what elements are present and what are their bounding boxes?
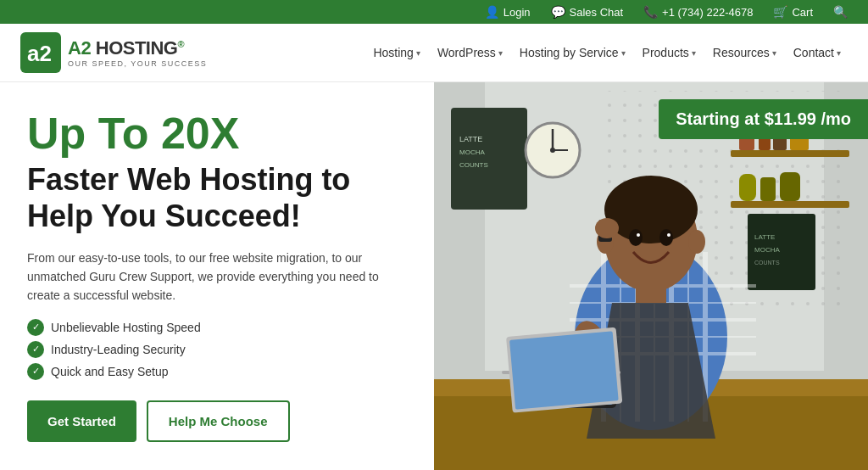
- cart-label: Cart: [792, 6, 813, 19]
- logo-tagline: OUR SPEED, YOUR SUCCESS: [68, 59, 207, 68]
- nav-item-wordpress[interactable]: WordPress ▾: [431, 41, 509, 64]
- features-list: ✓ Unbelievable Hosting Speed ✓ Industry-…: [27, 319, 407, 380]
- check-icon-3: ✓: [27, 363, 44, 380]
- logo-text-block: A2 HOSTING® OUR SPEED, YOUR SUCCESS: [68, 37, 207, 68]
- svg-rect-56: [509, 331, 619, 409]
- svg-text:LATTE: LATTE: [754, 233, 775, 241]
- help-me-choose-button[interactable]: Help Me Choose: [147, 400, 290, 442]
- chat-link[interactable]: 💬 Sales Chat: [551, 5, 624, 19]
- logo-svg: a2: [20, 32, 61, 73]
- chevron-down-icon: ▾: [772, 48, 776, 58]
- nav-link-resources[interactable]: Resources ▾: [706, 41, 783, 64]
- svg-text:MOCHA: MOCHA: [754, 246, 780, 254]
- hero-headline-green: Up To 20X: [27, 109, 407, 158]
- feature-item-2: ✓ Industry-Leading Security: [27, 341, 407, 358]
- hero-bg-scene: LATTE MOCHA COUNTS LATTE MOCHA COUNTS: [434, 82, 868, 470]
- hero-headline-dark: Faster Web Hosting to Help You Succeed!: [27, 161, 407, 234]
- top-bar: 👤 Login 💬 Sales Chat 📞 +1 (734) 222-4678…: [0, 0, 868, 24]
- svg-rect-15: [780, 172, 800, 201]
- login-label: Login: [504, 6, 531, 19]
- nav-item-contact[interactable]: Contact ▾: [787, 41, 848, 64]
- feature-label-1: Unbelievable Hosting Speed: [51, 321, 201, 334]
- hero-section: Up To 20X Faster Web Hosting to Help You…: [0, 82, 868, 470]
- nav-link-hosting-by-service[interactable]: Hosting by Service ▾: [513, 41, 632, 64]
- svg-point-45: [629, 229, 643, 246]
- chevron-down-icon: ▾: [692, 48, 696, 58]
- nav-item-hosting-by-service[interactable]: Hosting by Service ▾: [513, 41, 632, 64]
- svg-point-50: [595, 218, 619, 238]
- feature-label-3: Quick and Easy Setup: [51, 365, 169, 378]
- feature-item-1: ✓ Unbelievable Hosting Speed: [27, 319, 407, 336]
- chevron-down-icon: ▾: [498, 48, 503, 58]
- phone-icon: 📞: [643, 5, 658, 19]
- get-started-button[interactable]: Get Started: [27, 400, 136, 442]
- hero-left: Up To 20X Faster Web Hosting to Help You…: [0, 82, 434, 470]
- nav-item-products[interactable]: Products ▾: [636, 41, 703, 64]
- svg-rect-16: [451, 108, 527, 210]
- hero-buttons: Get Started Help Me Choose: [27, 400, 407, 442]
- svg-rect-13: [739, 174, 756, 201]
- svg-rect-7: [731, 150, 849, 157]
- price-badge: Starting at $11.99 /mo: [659, 99, 868, 139]
- check-icon-1: ✓: [27, 319, 44, 336]
- nav-links: Hosting ▾ WordPress ▾ Hosting by Service…: [366, 41, 848, 64]
- cart-icon: 🛒: [773, 5, 787, 19]
- svg-point-46: [659, 229, 673, 246]
- phone-label: +1 (734) 222-4678: [662, 6, 753, 19]
- svg-point-44: [688, 230, 705, 254]
- login-link[interactable]: 👤 Login: [485, 5, 531, 19]
- phone-link[interactable]: 📞 +1 (734) 222-4678: [643, 5, 753, 19]
- chat-label: Sales Chat: [570, 6, 624, 19]
- chevron-down-icon: ▾: [837, 48, 841, 58]
- hero-headline-line2: Help You Succeed!: [27, 199, 301, 233]
- svg-point-48: [667, 233, 670, 237]
- hero-right: LATTE MOCHA COUNTS LATTE MOCHA COUNTS: [434, 82, 868, 470]
- logo[interactable]: a2 A2 HOSTING® OUR SPEED, YOUR SUCCESS: [20, 32, 207, 73]
- nav-link-products[interactable]: Products ▾: [636, 41, 703, 64]
- svg-point-42: [604, 176, 698, 243]
- chevron-down-icon: ▾: [621, 48, 626, 58]
- svg-rect-41: [636, 277, 666, 303]
- chat-icon: 💬: [551, 5, 565, 19]
- nav-item-resources[interactable]: Resources ▾: [706, 41, 783, 64]
- svg-text:MOCHA: MOCHA: [459, 148, 485, 156]
- search-button[interactable]: 🔍: [833, 5, 848, 19]
- nav-link-contact[interactable]: Contact ▾: [787, 41, 848, 64]
- check-icon-2: ✓: [27, 341, 44, 358]
- svg-point-47: [637, 233, 640, 237]
- main-nav: a2 A2 HOSTING® OUR SPEED, YOUR SUCCESS H…: [0, 24, 868, 82]
- hero-headline-line1: Faster Web Hosting to: [27, 162, 350, 197]
- search-icon: 🔍: [833, 5, 848, 19]
- svg-rect-8: [731, 201, 849, 208]
- hero-scene-svg: LATTE MOCHA COUNTS LATTE MOCHA COUNTS: [434, 82, 868, 470]
- feature-label-2: Industry-Leading Security: [51, 343, 186, 356]
- cart-link[interactable]: 🛒 Cart: [773, 5, 813, 19]
- feature-item-3: ✓ Quick and Easy Setup: [27, 363, 407, 380]
- nav-link-hosting[interactable]: Hosting ▾: [366, 41, 426, 64]
- svg-rect-14: [760, 177, 776, 201]
- svg-text:a2: a2: [27, 41, 52, 66]
- chevron-down-icon: ▾: [416, 48, 420, 58]
- svg-text:LATTE: LATTE: [459, 135, 482, 143]
- logo-brand-name: A2 HOSTING®: [68, 37, 207, 59]
- user-icon: 👤: [485, 5, 499, 19]
- svg-text:COUNTS: COUNTS: [459, 161, 488, 169]
- nav-link-wordpress[interactable]: WordPress ▾: [431, 41, 509, 64]
- nav-item-hosting[interactable]: Hosting ▾: [366, 41, 426, 64]
- hero-description: From our easy-to-use tools, to our free …: [27, 249, 383, 305]
- svg-text:COUNTS: COUNTS: [754, 260, 780, 266]
